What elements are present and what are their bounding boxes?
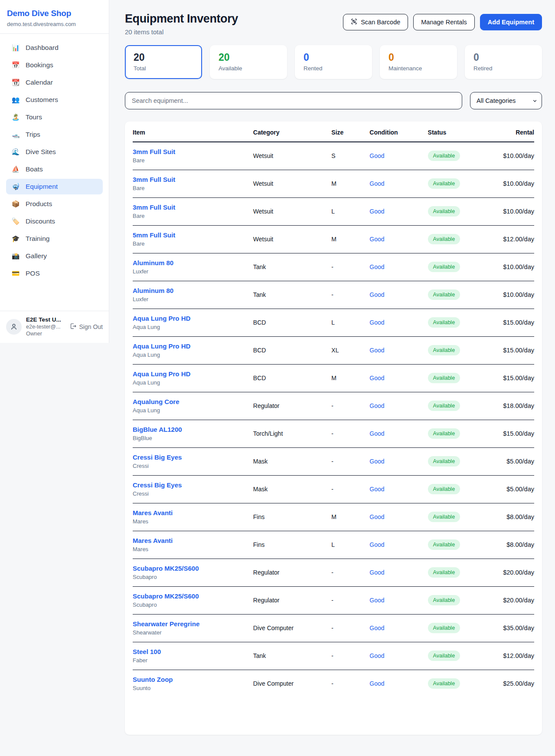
sidebar-item-pos[interactable]: 💳 POS: [6, 266, 103, 281]
item-link[interactable]: Aluminum 80: [133, 287, 173, 294]
item-brand: Mares: [133, 518, 253, 525]
item-link[interactable]: Aqua Lung Pro HD: [133, 370, 190, 378]
condition-link[interactable]: Good: [369, 152, 384, 159]
item-rental: $20.00/day: [476, 587, 534, 615]
condition-link[interactable]: Good: [369, 263, 384, 270]
user-email: e2e-tester@...: [26, 324, 65, 330]
item-category: Regulator: [253, 392, 332, 420]
item-rental: $35.00/day: [476, 615, 534, 642]
item-link[interactable]: 3mm Full Suit: [133, 176, 175, 183]
item-link[interactable]: Scubapro MK25/S600: [133, 565, 199, 572]
condition-link[interactable]: Good: [369, 486, 384, 493]
category-select[interactable]: All Categories: [470, 92, 542, 109]
item-link[interactable]: Suunto Zoop: [133, 676, 173, 683]
condition-link[interactable]: Good: [369, 430, 384, 437]
sidebar-item-products[interactable]: 📦 Products: [6, 196, 103, 212]
condition-link[interactable]: Good: [369, 208, 384, 215]
stat-label: Retired: [473, 65, 533, 72]
table-row: Aluminum 80 Luxfer Tank - Good Available…: [133, 281, 534, 309]
item-link[interactable]: Cressi Big Eyes: [133, 481, 182, 489]
item-link[interactable]: Aluminum 80: [133, 259, 173, 266]
item-link[interactable]: Mares Avanti: [133, 509, 173, 516]
sidebar-item-gallery[interactable]: 📸 Gallery: [6, 248, 103, 264]
stat-card-maintenance[interactable]: 0 Maintenance: [380, 45, 457, 79]
stat-card-rented[interactable]: 0 Rented: [295, 45, 372, 79]
item-rental: $15.00/day: [476, 337, 534, 365]
sidebar-item-discounts[interactable]: 🏷️ Discounts: [6, 214, 103, 229]
item-size: XL: [331, 337, 369, 365]
page-header: Equipment Inventory 20 items total Scan …: [125, 12, 542, 36]
item-size: M: [331, 365, 369, 392]
condition-link[interactable]: Good: [369, 569, 384, 576]
item-link[interactable]: BigBlue AL1200: [133, 426, 182, 433]
page-header-text: Equipment Inventory 20 items total: [125, 12, 238, 36]
item-size: -: [331, 642, 369, 670]
item-link[interactable]: Cressi Big Eyes: [133, 454, 182, 461]
condition-link[interactable]: Good: [369, 291, 384, 298]
stat-card-available[interactable]: 20 Available: [210, 45, 287, 79]
item-link[interactable]: Aqua Lung Pro HD: [133, 315, 190, 322]
item-brand: Aqua Lung: [133, 407, 253, 414]
diving-mask-icon: 🤿: [11, 183, 20, 191]
table-row: Aqualung Core Aqua Lung Regulator - Good…: [133, 392, 534, 420]
condition-link[interactable]: Good: [369, 458, 384, 465]
condition-link[interactable]: Good: [369, 347, 384, 354]
condition-link[interactable]: Good: [369, 652, 384, 659]
status-badge: Available: [428, 373, 460, 383]
sidebar-item-equipment[interactable]: 🤿 Equipment: [6, 179, 103, 194]
sidebar-item-dashboard[interactable]: 📊 Dashboard: [6, 40, 103, 56]
condition-link[interactable]: Good: [369, 375, 384, 381]
condition-link[interactable]: Good: [369, 402, 384, 409]
item-link[interactable]: Scubapro MK25/S600: [133, 592, 199, 600]
item-brand: Scubapro: [133, 574, 253, 580]
stat-card-retired[interactable]: 0 Retired: [465, 45, 542, 79]
stat-label: Rented: [304, 65, 363, 72]
item-link[interactable]: Aqua Lung Pro HD: [133, 342, 190, 350]
item-link[interactable]: Steel 100: [133, 648, 161, 655]
status-badge: Available: [428, 484, 460, 494]
sidebar-item-boats[interactable]: ⛵ Boats: [6, 161, 103, 177]
sidebar-item-dive-sites[interactable]: 🌊 Dive Sites: [6, 144, 103, 160]
scan-barcode-button[interactable]: Scan Barcode: [343, 14, 408, 30]
sidebar-item-bookings[interactable]: 📅 Bookings: [6, 57, 103, 73]
sidebar-item-tours[interactable]: 🏝️ Tours: [6, 109, 103, 125]
item-rental: $12.00/day: [476, 642, 534, 670]
manage-rentals-button[interactable]: Manage Rentals: [413, 14, 475, 30]
condition-link[interactable]: Good: [369, 180, 384, 187]
sign-out-button[interactable]: Sign Out: [69, 322, 103, 331]
condition-link[interactable]: Good: [369, 680, 384, 687]
condition-link[interactable]: Good: [369, 319, 384, 326]
filters-row: All Categories: [125, 92, 542, 109]
status-badge: Available: [428, 678, 460, 689]
item-rental: $5.00/day: [476, 448, 534, 476]
item-link[interactable]: 3mm Full Suit: [133, 148, 175, 155]
item-link[interactable]: Aqualung Core: [133, 398, 180, 405]
item-category: Fins: [253, 531, 332, 559]
item-brand: Bare: [133, 185, 253, 191]
condition-link[interactable]: Good: [369, 513, 384, 520]
sidebar-item-calendar[interactable]: 📆 Calendar: [6, 75, 103, 90]
item-rental: $18.00/day: [476, 392, 534, 420]
condition-link[interactable]: Good: [369, 597, 384, 604]
stat-value: 20: [134, 52, 193, 63]
shop-title[interactable]: Demo Dive Shop: [7, 9, 102, 18]
item-link[interactable]: 3mm Full Suit: [133, 204, 175, 211]
stat-card-total[interactable]: 20 Total: [125, 45, 202, 79]
add-equipment-button[interactable]: Add Equipment: [480, 14, 542, 30]
manage-rentals-label: Manage Rentals: [421, 19, 467, 26]
sidebar-item-trips[interactable]: 🛥️ Trips: [6, 127, 103, 142]
search-input[interactable]: [125, 92, 462, 109]
status-badge: Available: [428, 317, 460, 328]
item-link[interactable]: 5mm Full Suit: [133, 231, 175, 239]
user-meta: E2E Test U... e2e-tester@... Owner: [26, 316, 65, 337]
sidebar-item-training[interactable]: 🎓 Training: [6, 231, 103, 247]
condition-link[interactable]: Good: [369, 236, 384, 243]
condition-link[interactable]: Good: [369, 541, 384, 548]
sidebar-item-customers[interactable]: 👥 Customers: [6, 92, 103, 108]
table-row: Suunto Zoop Suunto Dive Computer - Good …: [133, 670, 534, 698]
condition-link[interactable]: Good: [369, 625, 384, 631]
item-link[interactable]: Shearwater Peregrine: [133, 620, 199, 628]
item-category: BCD: [253, 365, 332, 392]
item-link[interactable]: Mares Avanti: [133, 537, 173, 544]
item-category: BCD: [253, 309, 332, 337]
